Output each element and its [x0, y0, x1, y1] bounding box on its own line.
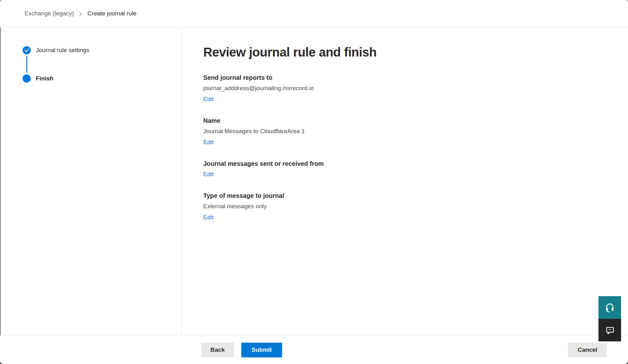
section-label: Name [203, 117, 615, 125]
message-type-value: External messages only [203, 202, 615, 210]
section-label: Send journal reports to [203, 73, 615, 82]
edit-message-type-link[interactable]: Edit [203, 213, 214, 221]
page-title: Review journal rule and finish [203, 44, 615, 60]
main-content: Review journal rule and finish Send jour… [182, 27, 628, 335]
main-region: Journal rule settings Finish Review jour… [0, 27, 628, 335]
breadcrumb-exchange-legacy[interactable]: Exchange (legacy) [25, 10, 74, 17]
breadcrumb-create-journal-rule: Create journal rule [87, 10, 136, 17]
chevron-right-icon [79, 12, 83, 16]
section-send-journal-reports-to: Send journal reports to journal_adddress… [203, 73, 615, 103]
feedback-bubble-icon [605, 325, 615, 335]
wizard-step-finish[interactable]: Finish [23, 74, 181, 83]
breadcrumb-bar: Exchange (legacy) Create journal rule [0, 0, 628, 27]
journal-report-address-value: journal_adddress@journaling.mxrecord.io [203, 84, 615, 92]
edit-journal-scope-link[interactable]: Edit [203, 170, 214, 178]
edit-send-journal-reports-link[interactable]: Edit [203, 95, 214, 103]
breadcrumb: Exchange (legacy) Create journal rule [25, 10, 137, 17]
step-current-icon [23, 74, 31, 83]
section-type-of-message: Type of message to journal External mess… [203, 192, 615, 221]
step-label-finish: Finish [36, 75, 53, 82]
submit-button[interactable]: Submit [241, 343, 282, 357]
back-button[interactable]: Back [201, 343, 234, 357]
step-label-journal-rule-settings: Journal rule settings [36, 47, 89, 54]
feedback-button[interactable] [598, 319, 621, 341]
edit-name-link[interactable]: Edit [203, 138, 214, 146]
headset-icon [604, 302, 615, 313]
step-completed-icon [23, 46, 31, 54]
window-left-edge [0, 27, 1, 335]
check-icon [25, 48, 29, 52]
section-name: Name Journal Messages to CloudflareArea … [203, 117, 615, 146]
footer-bar: Back Submit Cancel [0, 335, 628, 364]
cancel-button[interactable]: Cancel [568, 343, 607, 357]
section-label: Journal messages sent or received from [203, 160, 615, 168]
rule-name-value: Journal Messages to CloudflareArea 1 [203, 127, 615, 135]
floating-buttons [598, 296, 621, 341]
support-button[interactable] [598, 296, 621, 319]
section-journal-messages-scope: Journal messages sent or received from E… [203, 160, 615, 178]
wizard-step-journal-rule-settings[interactable]: Journal rule settings [23, 46, 181, 54]
page: Exchange (legacy) Create journal rule Jo… [0, 0, 628, 364]
step-connector-line [26, 56, 27, 73]
wizard-steps-panel: Journal rule settings Finish [0, 27, 182, 335]
section-label: Type of message to journal [203, 192, 615, 200]
